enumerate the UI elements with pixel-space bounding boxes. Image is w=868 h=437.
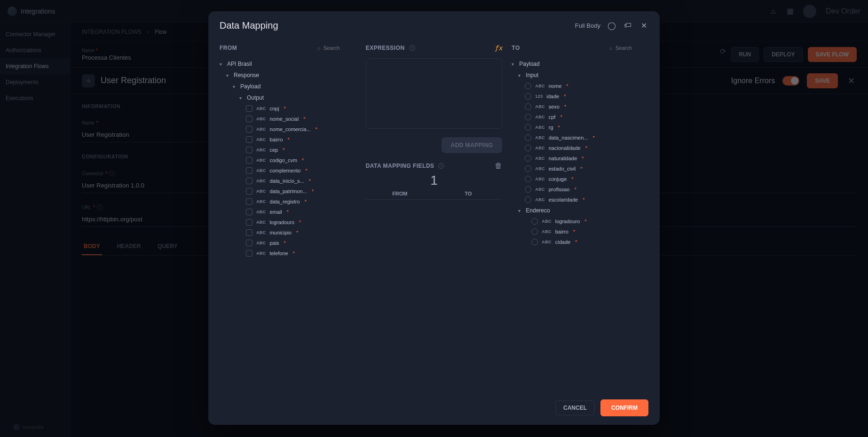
- checkbox[interactable]: [246, 136, 253, 143]
- toggle-off-icon[interactable]: ◯: [607, 21, 616, 30]
- to-field[interactable]: ABCnome*: [512, 81, 648, 91]
- add-mapping-button[interactable]: ADD MAPPING: [442, 137, 503, 153]
- type-tag: ABC: [535, 177, 544, 181]
- tree-node-payload-to[interactable]: ▾Payload: [512, 58, 648, 70]
- from-field[interactable]: ABCemail*: [220, 207, 356, 217]
- radio[interactable]: [525, 176, 531, 182]
- radio[interactable]: [531, 239, 538, 245]
- radio[interactable]: [531, 218, 538, 225]
- radio[interactable]: [525, 196, 531, 203]
- type-tag: ABC: [256, 210, 266, 214]
- checkbox[interactable]: [246, 250, 253, 257]
- to-field[interactable]: ABCconjuge*: [512, 174, 648, 184]
- to-field[interactable]: ABCdata_nascimen...*: [512, 133, 648, 143]
- to-field[interactable]: ABCprofissao*: [512, 184, 648, 195]
- cancel-button[interactable]: CANCEL: [555, 400, 595, 415]
- to-field[interactable]: ABCbairro*: [512, 226, 648, 237]
- radio[interactable]: [525, 186, 531, 193]
- radio[interactable]: [525, 124, 531, 131]
- required-icon: *: [583, 197, 584, 203]
- dmf-columns: FROM TO: [366, 191, 503, 200]
- field-name: cpf: [549, 114, 556, 120]
- modal-header: Data Mapping Full Body ◯ 🏷 ✕: [208, 11, 660, 39]
- from-field[interactable]: ABCdata_registro*: [220, 196, 356, 207]
- checkbox[interactable]: [246, 147, 253, 153]
- to-field[interactable]: ABCsexo*: [512, 101, 648, 112]
- from-field[interactable]: ABClogradouro*: [220, 217, 356, 227]
- checkbox[interactable]: [246, 178, 253, 184]
- from-field[interactable]: ABCcnpj*: [220, 103, 356, 114]
- to-field[interactable]: ABCnacionalidade*: [512, 143, 648, 153]
- required-icon: *: [585, 145, 587, 151]
- tree-node-response[interactable]: ▾Response: [220, 70, 356, 81]
- from-field[interactable]: ABCtelefone*: [220, 248, 356, 258]
- required-icon: *: [584, 218, 586, 224]
- tree-node-payload[interactable]: ▾Payload: [220, 81, 356, 92]
- checkbox[interactable]: [246, 116, 253, 122]
- radio[interactable]: [525, 155, 531, 162]
- to-search-input[interactable]: [615, 45, 648, 51]
- from-field[interactable]: ABCnome_social*: [220, 114, 356, 124]
- checkbox[interactable]: [246, 219, 253, 226]
- from-search-input[interactable]: [324, 45, 356, 51]
- from-field[interactable]: ABCnome_comercia...*: [220, 124, 356, 134]
- radio[interactable]: [525, 83, 531, 89]
- radio[interactable]: [525, 114, 531, 120]
- to-field[interactable]: ABCcidade*: [512, 237, 648, 247]
- radio[interactable]: [525, 93, 531, 100]
- expression-editor[interactable]: [366, 58, 503, 129]
- checkbox[interactable]: [246, 240, 253, 246]
- tag-icon[interactable]: 🏷: [623, 21, 632, 30]
- from-field[interactable]: ABCcodigo_cvm*: [220, 155, 356, 165]
- checkbox[interactable]: [246, 188, 253, 195]
- checkbox[interactable]: [246, 229, 253, 236]
- to-field[interactable]: ABCnaturalidade*: [512, 153, 648, 164]
- fx-icon[interactable]: ƒx: [494, 44, 502, 52]
- to-field[interactable]: ABCestado_civil*: [512, 164, 648, 174]
- radio[interactable]: [531, 228, 538, 235]
- required-icon: *: [564, 94, 566, 99]
- required-icon: *: [566, 83, 568, 89]
- radio[interactable]: [525, 145, 531, 151]
- close-icon[interactable]: ✕: [639, 21, 648, 30]
- from-field[interactable]: ABCcomplemento*: [220, 165, 356, 176]
- to-search[interactable]: ⌕: [609, 45, 648, 51]
- tree-node-output[interactable]: ▾Output: [220, 92, 356, 103]
- from-field[interactable]: ABCdata_patrimon...*: [220, 186, 356, 196]
- required-icon: *: [580, 166, 582, 172]
- expression-column: EXPRESSION ? ƒx ADD MAPPING DATA MAPPING…: [366, 39, 503, 391]
- checkbox[interactable]: [246, 105, 253, 112]
- from-field[interactable]: ABCmunicipio*: [220, 227, 356, 238]
- type-tag: ABC: [535, 166, 544, 171]
- radio[interactable]: [525, 165, 531, 172]
- tree-node-endereco[interactable]: ▾Endereco: [512, 205, 648, 216]
- confirm-button[interactable]: CONFIRM: [600, 399, 648, 416]
- to-field[interactable]: ABCrg*: [512, 122, 648, 133]
- tree-node-api-brasil[interactable]: ▾API Brasil: [220, 58, 356, 70]
- help-icon[interactable]: ?: [438, 163, 444, 169]
- to-field[interactable]: ABCescolaridade*: [512, 195, 648, 205]
- field-name: sexo: [549, 104, 560, 109]
- checkbox[interactable]: [246, 157, 253, 164]
- to-field[interactable]: 123idade*: [512, 91, 648, 101]
- tree-node-input[interactable]: ▾Input: [512, 70, 648, 81]
- checkbox[interactable]: [246, 209, 253, 215]
- radio[interactable]: [525, 134, 531, 141]
- trash-icon[interactable]: 🗑: [495, 162, 502, 170]
- full-body-chip: Full Body: [575, 22, 600, 29]
- required-icon: *: [575, 239, 577, 245]
- required-icon: *: [287, 209, 289, 215]
- from-search[interactable]: ⌕: [317, 45, 356, 51]
- from-field[interactable]: ABCdata_inicio_s...*: [220, 176, 356, 186]
- help-icon[interactable]: ?: [410, 45, 415, 51]
- from-field[interactable]: ABCcep*: [220, 145, 356, 155]
- checkbox[interactable]: [246, 198, 253, 205]
- field-name: profissao: [549, 187, 570, 192]
- checkbox[interactable]: [246, 167, 253, 174]
- to-field[interactable]: ABClogradouro*: [512, 216, 648, 226]
- from-field[interactable]: ABCpais*: [220, 238, 356, 248]
- radio[interactable]: [525, 103, 531, 110]
- from-field[interactable]: ABCbairro*: [220, 134, 356, 145]
- checkbox[interactable]: [246, 126, 253, 133]
- to-field[interactable]: ABCcpf*: [512, 112, 648, 122]
